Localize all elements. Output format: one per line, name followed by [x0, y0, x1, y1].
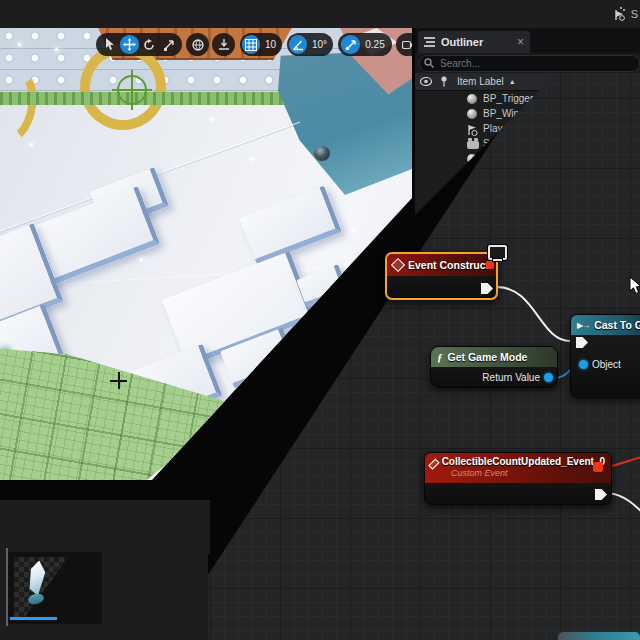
camera-speed-button[interactable]: [399, 35, 412, 54]
outliner-list-icon: [424, 37, 435, 47]
gem-base: [27, 592, 45, 605]
scale-snap-icon: [345, 39, 357, 51]
exec-output-pin[interactable]: [595, 489, 607, 500]
node-partial-bottom[interactable]: [558, 632, 640, 640]
node-cast-to-gm[interactable]: ▶→ Cast To GM Object: [570, 314, 640, 398]
grid-snap-group: 10: [240, 33, 282, 56]
node-header: ƒ Get Game Mode: [431, 347, 557, 367]
monitor-icon: [488, 245, 505, 260]
transform-tools-group: [96, 33, 182, 56]
search-icon: [424, 58, 434, 68]
node-header: Event Construct: [387, 254, 496, 276]
scale-tool-button[interactable]: [160, 35, 179, 54]
globe-icon: [192, 39, 204, 51]
asset-thumbnail[interactable]: [8, 552, 102, 624]
rotate-icon: [143, 39, 155, 51]
return-value-label: Return Value: [482, 372, 540, 383]
tab-title: Outliner: [441, 36, 483, 48]
select-tool-button[interactable]: [100, 35, 119, 54]
search-input[interactable]: [419, 55, 640, 72]
node-get-game-mode[interactable]: ƒ Get Game Mode Return Value: [430, 346, 558, 388]
rotation-snap-group: 10°: [287, 33, 333, 56]
rotation-snap-value[interactable]: 10°: [308, 39, 331, 50]
sort-ascending-icon: ▲: [509, 78, 516, 85]
cast-icon: ▶→: [577, 321, 589, 330]
mouse-cursor: [629, 276, 640, 295]
return-value-pin[interactable]: [544, 373, 553, 382]
scale-snap-value[interactable]: 0.25: [361, 39, 388, 50]
object-pin-label: Object: [592, 359, 621, 370]
sphere-actor: [314, 146, 330, 161]
grid-snap-value[interactable]: 10: [261, 39, 280, 50]
surface-snap-icon: [218, 39, 230, 51]
close-icon[interactable]: ×: [517, 35, 524, 49]
camera-speed-group: 4: [396, 33, 412, 56]
node-event-construct[interactable]: Event Construct: [385, 252, 498, 300]
actor-icon: [467, 94, 477, 104]
world-coordinate-button[interactable]: [188, 35, 207, 54]
node-title: Event Construct: [408, 259, 489, 271]
crosshair-cursor: [110, 372, 127, 389]
bottom-panel: [100, 552, 208, 640]
outliner-search-row: [415, 53, 640, 73]
delegate-pin[interactable]: [486, 261, 494, 269]
coord-system-group: [186, 33, 209, 56]
bottom-left-panel: [0, 500, 210, 554]
node-title: Get Game Mode: [448, 351, 528, 363]
event-icon: [391, 258, 405, 272]
grid-snap-icon: [245, 39, 257, 51]
exec-output-pin[interactable]: [481, 283, 493, 294]
surface-snap-group: [212, 33, 235, 56]
node-header: CollectibleCountUpdated_Event_0 Custom E…: [425, 453, 611, 483]
node-subtitle: Custom Event: [451, 468, 508, 478]
crystal-asset-preview: [22, 560, 48, 608]
node-collectible-count-updated-event[interactable]: CollectibleCountUpdated_Event_0 Custom E…: [424, 452, 612, 505]
brick-mesh-icon: [467, 141, 479, 149]
move-icon: [123, 38, 136, 51]
scale-snap-group: 0.25: [338, 33, 392, 56]
outliner-row-fragment: S: [612, 6, 638, 22]
grass-strip: [0, 92, 306, 105]
player-start-icon: [467, 124, 479, 136]
scale-icon: [163, 39, 175, 51]
move-tool-button[interactable]: [120, 35, 139, 54]
node-header: ▶→ Cast To GM: [571, 315, 640, 335]
actor-icon: [467, 154, 477, 164]
event-icon: [428, 458, 439, 469]
select-cursor-icon: [104, 38, 115, 51]
scale-snap-button[interactable]: [341, 35, 360, 54]
selection-underline: [10, 617, 57, 620]
object-input-pin[interactable]: [579, 360, 588, 369]
outliner-tab-bar: Outliner ×: [415, 28, 640, 53]
pin-icon[interactable]: [440, 76, 448, 87]
delegate-pin[interactable]: [593, 462, 603, 472]
column-header-item-label[interactable]: Item Label: [457, 76, 504, 87]
surface-snapping-button[interactable]: [214, 35, 233, 54]
angle-snap-icon: [292, 39, 304, 51]
rotation-snap-button[interactable]: [289, 35, 307, 54]
bottom-strip: [0, 624, 104, 640]
lego-tile: [296, 264, 349, 308]
tab-outliner[interactable]: Outliner ×: [418, 31, 530, 53]
camera-icon: [402, 40, 412, 50]
player-start-icon: [612, 6, 628, 22]
actor-icon: [467, 109, 477, 119]
top-bar: S: [0, 0, 640, 28]
fragment-label: S: [631, 8, 638, 20]
panel-divider: [6, 548, 8, 626]
rotate-tool-button[interactable]: [140, 35, 159, 54]
row-label: BP_Trigger: [483, 93, 533, 104]
eye-icon[interactable]: [420, 77, 432, 86]
exec-input-pin[interactable]: [576, 337, 588, 348]
target-gizmo: [117, 75, 147, 105]
grid-snap-button[interactable]: [242, 35, 260, 54]
node-title: Cast To GM: [594, 319, 640, 331]
function-icon: ƒ: [437, 351, 443, 363]
node-title: CollectibleCountUpdated_Event_0: [442, 456, 605, 467]
